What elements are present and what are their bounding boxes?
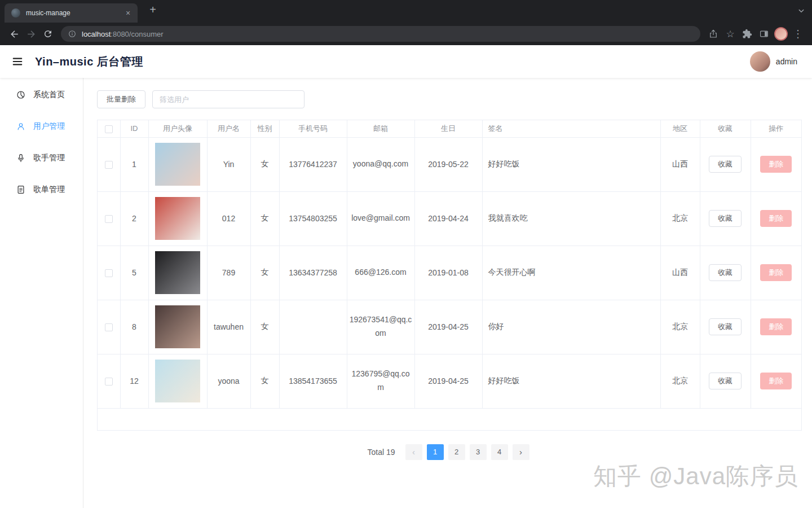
column-header: 收藏: [700, 120, 751, 137]
main-content: 批量删除 ID 用户头像 用户名 性别 手机号码: [83, 78, 812, 508]
user-avatar: [155, 143, 200, 186]
row-checkbox[interactable]: [105, 215, 113, 223]
hamburger-menu-icon[interactable]: [11, 55, 24, 68]
delete-button[interactable]: 删除: [760, 210, 792, 227]
browser-menu-kebab-icon[interactable]: ⋮: [789, 25, 806, 42]
column-header: 用户名: [207, 120, 250, 137]
cell-gender: 女: [250, 246, 279, 300]
tab-favicon-icon: [11, 8, 20, 17]
pagination-page-3[interactable]: 3: [470, 444, 487, 460]
cell-region: 北京: [660, 300, 700, 354]
row-checkbox[interactable]: [105, 161, 113, 169]
cell-signature: 你好: [482, 300, 660, 354]
favorite-button[interactable]: 收藏: [709, 264, 742, 281]
row-checkbox[interactable]: [105, 323, 113, 331]
row-checkbox[interactable]: [105, 269, 113, 277]
pagination-next-button[interactable]: ›: [513, 444, 529, 460]
action-bar: 批量删除: [97, 90, 802, 108]
delete-button[interactable]: 删除: [760, 318, 792, 335]
user-avatar: [155, 360, 200, 402]
cell-username: Yin: [207, 137, 250, 191]
sidebar-item-singers[interactable]: 歌手管理: [0, 142, 83, 174]
cell-id: 1: [120, 137, 148, 191]
column-header: 生日: [414, 120, 482, 137]
cell-signature: 今天很开心啊: [482, 246, 660, 300]
cell-username: 012: [207, 191, 250, 246]
address-bar[interactable]: localhost:8080/consumer: [61, 26, 700, 42]
cell-email: 192673541@qq.com: [347, 300, 414, 354]
cell-signature: 好好吃饭: [482, 354, 660, 408]
table-footer-space: [98, 409, 801, 430]
cell-birthday: 2019-05-22: [414, 137, 482, 191]
tab-close-icon[interactable]: ×: [123, 8, 133, 18]
cell-phone: 13854173655: [279, 354, 347, 408]
sidebar-item-home[interactable]: 系统首页: [0, 79, 83, 111]
favorite-button[interactable]: 收藏: [709, 318, 742, 335]
cell-signature: 我就喜欢吃: [482, 191, 660, 246]
share-icon[interactable]: [705, 25, 722, 42]
user-icon: [16, 121, 26, 132]
filter-users-input[interactable]: [152, 90, 304, 108]
cell-phone: 13634377258: [279, 246, 347, 300]
back-button[interactable]: [6, 25, 23, 42]
user-avatar: [155, 197, 200, 240]
cell-region: 山西: [660, 246, 700, 300]
pagination-page-4[interactable]: 4: [491, 444, 508, 460]
table-header-row: ID 用户头像 用户名 性别 手机号码 邮箱 生日 签名 地区 收藏 操作: [98, 120, 801, 137]
select-all-checkbox[interactable]: [105, 125, 113, 133]
cell-phone: [279, 300, 347, 354]
delete-button[interactable]: 删除: [760, 156, 792, 173]
pagination-prev-button[interactable]: ‹: [405, 444, 422, 460]
extensions-puzzle-icon[interactable]: [739, 25, 756, 42]
cell-email: 666@126.com: [347, 246, 414, 300]
user-table-body: 1 Yin 女 13776412237 yoona@qq.com 2019-05…: [98, 137, 801, 408]
cell-username: yoona: [207, 354, 250, 408]
sidebar-item-label: 系统首页: [33, 90, 65, 100]
favorite-button[interactable]: 收藏: [709, 210, 742, 227]
cell-birthday: 2019-04-25: [414, 354, 482, 408]
pagination-page-2[interactable]: 2: [448, 444, 465, 460]
table-row: 2 012 女 13754803255 love@gmail.com 2019-…: [98, 191, 801, 246]
browser-toolbar: localhost:8080/consumer ☆ ⋮: [0, 23, 812, 45]
tab-search-chevron-icon[interactable]: [796, 6, 806, 18]
watermark: 知乎 @Java陈序员: [593, 461, 798, 492]
sidebar: 系统首页 用户管理 歌手管理 歌单管理: [0, 78, 83, 508]
cell-username: tawuhen: [207, 300, 250, 354]
browser-tab[interactable]: music-manage ×: [5, 3, 138, 23]
browser-profile-avatar[interactable]: [773, 25, 789, 42]
browser-tab-strip: music-manage × +: [0, 0, 812, 23]
column-header: ID: [120, 120, 148, 137]
bookmark-star-icon[interactable]: ☆: [722, 25, 739, 42]
cell-region: 山西: [660, 137, 700, 191]
app-header: Yin–music 后台管理 admin: [0, 45, 812, 78]
pagination-page-1[interactable]: 1: [427, 444, 444, 460]
tab-title: music-manage: [26, 9, 123, 17]
delete-button[interactable]: 删除: [760, 373, 792, 389]
side-panel-icon[interactable]: [756, 25, 773, 42]
row-checkbox[interactable]: [105, 378, 113, 386]
sidebar-item-label: 歌手管理: [33, 153, 65, 163]
cell-region: 北京: [660, 354, 700, 408]
new-tab-button[interactable]: +: [145, 4, 160, 19]
pagination-pages: 1234: [425, 444, 510, 460]
cell-gender: 女: [250, 137, 279, 191]
forward-button[interactable]: [23, 25, 39, 42]
page-title: Yin–music 后台管理: [35, 54, 143, 69]
header-user[interactable]: admin: [750, 51, 797, 72]
cell-birthday: 2019-01-08: [414, 246, 482, 300]
pagination: Total 19 ‹ 1234 ›: [97, 444, 802, 460]
column-header: 性别: [250, 120, 279, 137]
column-header: 操作: [751, 120, 801, 137]
site-info-icon[interactable]: [68, 29, 77, 38]
delete-button[interactable]: 删除: [760, 264, 792, 281]
user-profile-avatar[interactable]: [750, 51, 770, 72]
sidebar-item-users[interactable]: 用户管理: [0, 111, 83, 142]
batch-delete-button[interactable]: 批量删除: [97, 90, 145, 108]
sidebar-item-playlists[interactable]: 歌单管理: [0, 174, 83, 205]
reload-button[interactable]: [39, 25, 56, 42]
favorite-button[interactable]: 收藏: [709, 156, 742, 173]
table-row: 8 tawuhen 女 192673541@qq.com 2019-04-25 …: [98, 300, 801, 354]
table-row: 5 789 女 13634377258 666@126.com 2019-01-…: [98, 246, 801, 300]
favorite-button[interactable]: 收藏: [709, 373, 742, 389]
cell-id: 2: [120, 191, 148, 246]
